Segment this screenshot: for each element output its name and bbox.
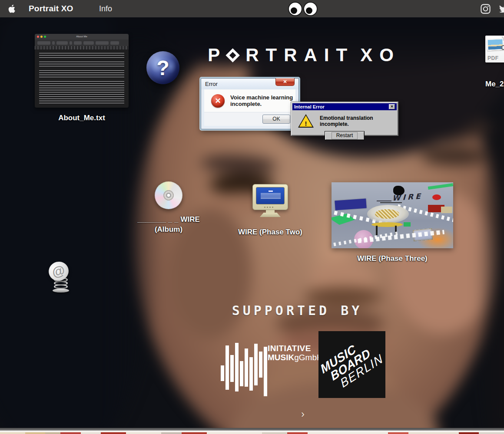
thumbnail-window-title: About Me: [35, 35, 129, 38]
music-board-berlin-wordmark: MUSIC BOARD BERLIN: [319, 332, 385, 396]
desktop-icon-pdf-file[interactable]: PDF: [485, 36, 504, 62]
internal-error-message: Emotional translation incomplete.: [320, 115, 398, 127]
menu-item-info[interactable]: Info: [99, 4, 112, 13]
error-dialog-body: ✕ Voice machine learning incomplete.: [204, 89, 295, 112]
scroll-down-chevron[interactable]: ›: [301, 408, 305, 420]
error-dialog: Error ✕ ✕ Voice machine learning incompl…: [201, 78, 299, 129]
desktop: PRTRAITXO About Me About_M: [0, 17, 504, 428]
diamond-o-icon: [225, 48, 240, 62]
title-xo: XO: [360, 45, 401, 66]
question-mark-glyph: ?: [156, 56, 169, 80]
desktop-icon-cd-album[interactable]: [155, 181, 182, 209]
internal-error-body: ! Emotional translation incomplete.: [291, 112, 398, 128]
title-rest: RTRAIT: [245, 45, 354, 66]
desktop-icon-globe-question[interactable]: ?: [146, 51, 179, 84]
internal-error-close-button[interactable]: ✕: [389, 104, 395, 109]
album-label[interactable]: _______ _ _ WIRE (Album): [130, 214, 207, 234]
page-title: PRTRAITXO: [208, 45, 401, 66]
ok-button[interactable]: OK: [262, 115, 290, 124]
supported-by-heading: SUPPORTED BY: [232, 303, 363, 318]
magnifier-icon: [501, 45, 504, 50]
wire-graffiti-text: WIRE: [392, 192, 423, 203]
phase-two-label[interactable]: WIRE (Phase Two): [227, 228, 314, 237]
initiative-musik-logo[interactable]: INITIATIVE MUSIKgGmbH: [221, 343, 321, 399]
title-letter-p: P: [208, 45, 227, 66]
thumbnail-toolbar: [35, 39, 129, 46]
instagram-icon[interactable]: [480, 3, 491, 15]
album-label-line2: (Album): [130, 224, 207, 234]
thumbnail-text-lines: [39, 53, 124, 104]
desktop-icon-crt-computer[interactable]: [252, 184, 289, 219]
apple-logo-icon[interactable]: [6, 3, 17, 15]
next-section-preview-strip: [0, 432, 504, 434]
about-me-label[interactable]: About_Me.txt: [35, 114, 129, 122]
error-red-x-icon: ✕: [211, 94, 225, 108]
music-board-berlin-logo[interactable]: MUSIC BOARD BERLIN: [318, 331, 385, 398]
twitter-icon[interactable]: [498, 3, 504, 14]
error-dialog-message: Voice machine learning incomplete.: [230, 94, 295, 107]
pdf-badge: PDF: [487, 55, 499, 61]
equalizer-bars-icon: [221, 343, 268, 398]
desktop-icon-phase-three-thumbnail[interactable]: WIRE: [332, 182, 453, 248]
internal-error-dialog: Internal Error ✕ ! Emotional translation…: [291, 102, 398, 136]
error-dialog-title: Error: [205, 81, 218, 87]
restart-button[interactable]: Restart: [325, 131, 365, 140]
internal-error-titlebar[interactable]: Internal Error ✕: [292, 103, 397, 110]
googly-eyes-icon: [288, 2, 318, 16]
bsod-screen: [256, 187, 285, 204]
googly-eye-right: [303, 2, 318, 16]
app-name-menu[interactable]: Portrait XO: [29, 4, 73, 13]
thumbnail-ruler: [35, 46, 129, 49]
pdf-label[interactable]: Me_20: [485, 80, 504, 89]
menu-bar: Portrait XO Info: [0, 0, 504, 17]
album-label-line1: _______ _ _ WIRE: [130, 214, 207, 224]
error-dialog-footer: OK: [204, 112, 295, 126]
at-glyph: @: [51, 263, 67, 280]
portrait-xo-site: Portrait XO Info: [0, 0, 504, 434]
desktop-icon-about-me-thumbnail[interactable]: About Me: [35, 34, 129, 108]
initiative-musik-wordmark: INITIATIVE MUSIKgGmbH: [268, 344, 323, 362]
phase-three-label[interactable]: WIRE (Phase Three): [345, 254, 440, 263]
googly-eye-left: [288, 2, 302, 16]
desktop-icon-email-spring[interactable]: @: [48, 262, 75, 293]
thumbnail-titlebar: About Me: [35, 34, 129, 39]
error-dialog-close-button[interactable]: ✕: [275, 78, 295, 86]
internal-error-title: Internal Error: [294, 104, 325, 109]
warning-triangle-icon: !: [298, 114, 314, 128]
